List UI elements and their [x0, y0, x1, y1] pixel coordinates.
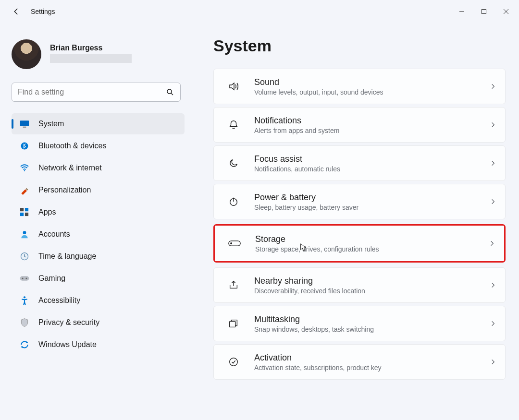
sidebar-item-label: Windows Update	[38, 340, 97, 349]
svg-rect-9	[25, 208, 28, 211]
profile[interactable]: Brian Burgess	[12, 39, 185, 69]
main: System Sound Volume levels, output, inpu…	[185, 23, 507, 380]
chevron-right-icon	[490, 83, 496, 90]
card-text: Notifications Alerts from apps and syste…	[254, 116, 490, 134]
multitasking-icon	[226, 318, 241, 329]
shield-icon	[19, 317, 30, 328]
search-icon	[166, 88, 174, 96]
titlebar-left: Settings	[12, 7, 55, 16]
card-text: Focus assist Notifications, automatic ru…	[254, 154, 490, 173]
card-power[interactable]: Power & battery Sleep, battery usage, ba…	[213, 184, 506, 219]
chevron-right-icon	[490, 198, 496, 205]
sound-icon	[226, 81, 241, 92]
sidebar-item-gaming[interactable]: Gaming	[12, 268, 185, 289]
chevron-right-icon	[490, 160, 496, 167]
avatar	[12, 39, 41, 69]
card-sub: Volume levels, output, input, sound devi…	[254, 88, 490, 96]
svg-rect-5	[23, 127, 26, 128]
accessibility-icon	[19, 295, 30, 306]
card-title: Notifications	[254, 116, 490, 126]
svg-point-15	[22, 277, 24, 279]
svg-point-17	[24, 296, 25, 298]
svg-point-16	[25, 277, 27, 279]
sidebar-item-label: Time & language	[38, 252, 96, 261]
svg-rect-8	[20, 208, 24, 211]
profile-text: Brian Burgess	[50, 44, 132, 65]
card-storage[interactable]: Storage Storage space, drives, configura…	[215, 226, 504, 261]
system-icon	[19, 119, 30, 129]
time-icon	[19, 251, 30, 262]
search-box[interactable]	[12, 83, 181, 102]
sidebar-item-label: System	[38, 120, 64, 128]
sidebar-item-apps[interactable]: Apps	[12, 202, 185, 223]
card-sub: Activation state, subscriptions, product…	[254, 364, 490, 372]
card-multitasking[interactable]: Multitasking Snap windows, desktops, tas…	[213, 306, 506, 341]
content: Brian Burgess System Bluetooth & devi	[0, 23, 519, 380]
page-title: System	[213, 36, 506, 55]
maximize-button[interactable]	[473, 2, 495, 21]
card-nearby[interactable]: Nearby sharing Discoverability, received…	[213, 267, 506, 303]
bluetooth-icon	[19, 141, 30, 151]
sidebar-item-label: Accounts	[38, 230, 70, 239]
card-title: Storage	[255, 234, 489, 244]
svg-rect-10	[20, 213, 24, 216]
card-sub: Sleep, battery usage, battery saver	[254, 204, 490, 211]
nav: System Bluetooth & devices Network & int…	[12, 113, 185, 355]
svg-rect-4	[20, 120, 29, 126]
sidebar: Brian Burgess System Bluetooth & devi	[12, 23, 185, 380]
svg-point-23	[230, 358, 238, 366]
accounts-icon	[19, 229, 30, 240]
svg-rect-14	[20, 276, 29, 280]
personalization-icon	[19, 185, 30, 195]
svg-rect-1	[482, 10, 486, 14]
sidebar-item-label: Apps	[38, 208, 56, 216]
sidebar-item-system[interactable]: System	[12, 113, 185, 134]
card-sub: Snap windows, desktops, task switching	[254, 325, 490, 333]
update-icon	[19, 339, 30, 350]
sidebar-item-label: Gaming	[38, 274, 65, 283]
check-circle-icon	[226, 357, 241, 367]
sidebar-item-update[interactable]: Windows Update	[12, 334, 185, 355]
sidebar-item-personalization[interactable]: Personalization	[12, 180, 185, 201]
close-button[interactable]	[495, 2, 517, 21]
sidebar-item-accounts[interactable]: Accounts	[12, 224, 185, 245]
storage-icon	[227, 240, 242, 247]
card-title: Activation	[254, 353, 490, 363]
card-title: Focus assist	[254, 154, 490, 164]
sidebar-item-label: Network & internet	[38, 164, 102, 172]
search-input[interactable]	[18, 88, 166, 96]
card-focus[interactable]: Focus assist Notifications, automatic ru…	[213, 145, 506, 181]
sidebar-item-privacy[interactable]: Privacy & security	[12, 312, 185, 333]
svg-point-21	[231, 243, 232, 244]
card-sub: Notifications, automatic rules	[254, 165, 490, 173]
card-notifications[interactable]: Notifications Alerts from apps and syste…	[213, 107, 506, 143]
card-activation[interactable]: Activation Activation state, subscriptio…	[213, 344, 506, 380]
chevron-right-icon	[490, 121, 496, 128]
card-sound[interactable]: Sound Volume levels, output, input, soun…	[213, 69, 506, 104]
card-text: Multitasking Snap windows, desktops, tas…	[254, 314, 490, 333]
svg-point-12	[23, 231, 26, 234]
sidebar-item-time[interactable]: Time & language	[12, 246, 185, 267]
share-icon	[226, 280, 241, 290]
moon-icon	[226, 158, 241, 168]
minimize-button[interactable]	[451, 2, 473, 21]
card-title: Nearby sharing	[254, 276, 490, 286]
card-title: Sound	[254, 77, 490, 87]
apps-icon	[19, 207, 30, 217]
card-title: Multitasking	[254, 314, 490, 324]
card-text: Sound Volume levels, output, input, soun…	[254, 77, 490, 96]
sidebar-item-accessibility[interactable]: Accessibility	[12, 290, 185, 311]
back-icon[interactable]	[12, 7, 21, 16]
sidebar-item-network[interactable]: Network & internet	[12, 157, 185, 179]
sidebar-item-label: Privacy & security	[38, 318, 99, 327]
svg-rect-11	[25, 213, 28, 216]
svg-line-3	[171, 93, 173, 95]
power-icon	[226, 196, 241, 207]
sidebar-item-bluetooth[interactable]: Bluetooth & devices	[12, 135, 185, 156]
card-sub: Storage space, drives, configuration rul…	[255, 245, 489, 253]
highlight-annotation: Storage Storage space, drives, configura…	[213, 224, 506, 263]
bell-icon	[226, 119, 241, 131]
card-text: Storage Storage space, drives, configura…	[255, 234, 489, 253]
settings-list: Sound Volume levels, output, input, soun…	[213, 69, 506, 380]
chevron-right-icon	[490, 359, 496, 365]
